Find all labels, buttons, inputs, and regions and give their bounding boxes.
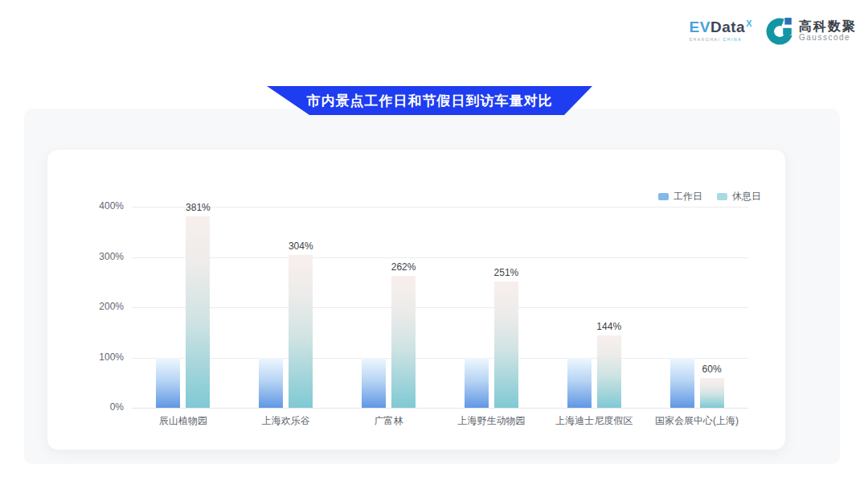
gausscode-logo: 高科数聚 Gausscode: [765, 16, 857, 45]
bar-restday[interactable]: 60%: [700, 378, 724, 409]
evdata-wordmark: EVDataX: [690, 19, 752, 35]
bar-workday[interactable]: [670, 358, 694, 409]
x-category-label: 国家会展中心(上海): [655, 414, 739, 428]
header-logos: EVDataX SHANGHAI CHINA 高科数聚 Gausscode: [690, 16, 857, 45]
bar-restday[interactable]: 251%: [494, 281, 518, 408]
bar-value-label: 251%: [494, 267, 519, 278]
legend-swatch-workday: [658, 193, 669, 200]
bar-value-label: 60%: [702, 364, 722, 375]
chart-card: 工作日 休息日 0%100%200%300%400%381%辰山植物园304%上…: [47, 149, 786, 450]
gridline-0: [132, 408, 748, 409]
bar-workday[interactable]: [567, 358, 592, 409]
legend-swatch-restday: [717, 193, 727, 200]
gausscode-name-en: Gausscode: [799, 33, 857, 42]
gausscode-g-icon: [765, 16, 794, 45]
gausscode-name-cn: 高科数聚: [799, 19, 857, 34]
x-category-label: 上海野生动物园: [457, 414, 525, 428]
legend-item-restday[interactable]: 休息日: [717, 190, 761, 203]
y-tick-label: 200%: [76, 301, 124, 312]
evdata-logo: EVDataX SHANGHAI CHINA: [690, 19, 752, 42]
bar-value-label: 262%: [391, 261, 416, 273]
bar-value-label: 304%: [289, 240, 313, 252]
bar-group: 304%上海欢乐谷: [235, 207, 338, 408]
bar-restday[interactable]: 304%: [289, 255, 313, 408]
bar-value-label: 144%: [596, 321, 621, 332]
evdata-ev-text: EV: [690, 18, 710, 35]
evdata-data-text: Data: [710, 18, 745, 35]
legend-label-workday: 工作日: [674, 190, 702, 203]
legend-label-restday: 休息日: [732, 190, 761, 203]
bar-restday[interactable]: 381%: [186, 216, 210, 408]
legend-item-workday[interactable]: 工作日: [658, 190, 702, 203]
chart-plot-area: 0%100%200%300%400%381%辰山植物园304%上海欢乐谷262%…: [132, 207, 748, 408]
bar-group: 144%上海迪士尼度假区: [542, 207, 645, 408]
bar-workday[interactable]: [362, 358, 386, 409]
evdata-tagline: SHANGHAI CHINA: [690, 37, 742, 42]
y-tick-label: 300%: [76, 251, 124, 262]
x-category-label: 广富林: [375, 414, 403, 428]
x-category-label: 上海迪士尼度假区: [555, 414, 633, 428]
bar-restday[interactable]: 262%: [391, 276, 416, 408]
bar-group: 251%上海野生动物园: [440, 207, 542, 408]
bar-workday[interactable]: [465, 358, 489, 409]
x-category-label: 上海欢乐谷: [262, 414, 310, 428]
bar-group: 381%辰山植物园: [132, 207, 235, 408]
bar-group: 60%国家会展中心(上海): [645, 207, 748, 408]
bar-groups: 381%辰山植物园304%上海欢乐谷262%广富林251%上海野生动物园144%…: [132, 207, 748, 408]
evdata-x-superscript: X: [746, 18, 752, 28]
bar-value-label: 381%: [186, 202, 211, 213]
bar-group: 262%广富林: [338, 207, 440, 408]
y-tick-label: 0%: [76, 401, 124, 413]
bar-workday[interactable]: [156, 358, 180, 409]
chart-title: 市内景点工作日和节假日到访车量对比: [307, 92, 553, 110]
bar-restday[interactable]: 144%: [597, 335, 621, 408]
gausscode-text: 高科数聚 Gausscode: [799, 19, 857, 43]
bar-workday[interactable]: [259, 358, 283, 409]
x-category-label: 辰山植物园: [159, 414, 207, 428]
chart-panel: 工作日 休息日 0%100%200%300%400%381%辰山植物园304%上…: [24, 109, 840, 464]
y-tick-label: 100%: [76, 351, 124, 363]
y-tick-label: 400%: [76, 200, 124, 212]
chart-title-banner: 市内景点工作日和节假日到访车量对比: [267, 86, 592, 115]
chart-legend: 工作日 休息日: [658, 190, 761, 203]
